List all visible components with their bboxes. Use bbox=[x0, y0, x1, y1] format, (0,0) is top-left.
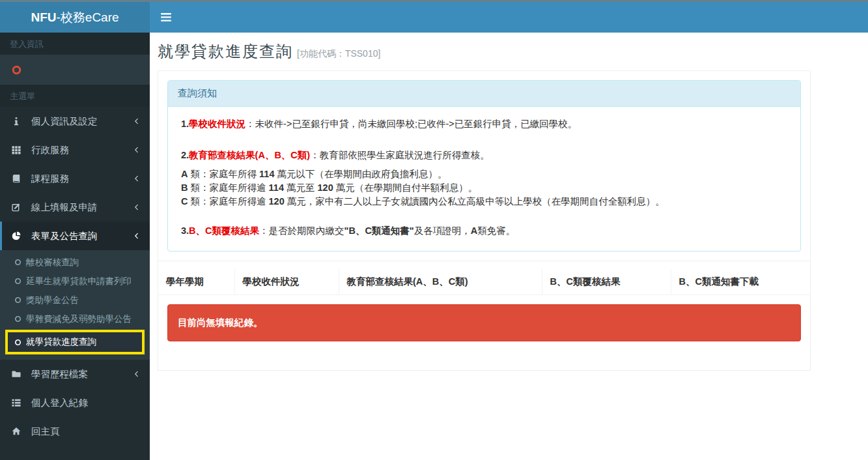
sidebar-item-learning-portfolio[interactable]: 學習歷程檔案 bbox=[0, 360, 150, 388]
notice-panel-title: 查詢須知 bbox=[168, 81, 800, 107]
app-header: NFU-校務eCare bbox=[0, 2, 868, 33]
brand-rest: -校務eCare bbox=[56, 9, 119, 26]
sidebar-subitem-tuition-waiver-announcement[interactable]: 學雜費減免及弱勢助學公告 bbox=[0, 309, 150, 328]
circle-icon bbox=[14, 315, 26, 323]
function-code: [功能代碼：TSS010] bbox=[297, 48, 380, 59]
main-menu-section-label: 主選單 bbox=[0, 85, 150, 107]
book-icon bbox=[12, 174, 26, 183]
sidebar-subitem-label: 延畢生就學貸款申請書列印 bbox=[26, 276, 132, 287]
notice-panel: 查詢須知 1.學校收件狀況：未收件->已至銀行申貸，尚未繳回學校;已收件->已至… bbox=[167, 80, 801, 252]
circle-icon bbox=[14, 296, 26, 304]
sidebar-subitem-label: 離校審核查詢 bbox=[26, 257, 79, 268]
chevron-left-icon bbox=[133, 117, 140, 125]
pie-chart-icon bbox=[12, 231, 26, 240]
sidebar-subitem-scholarship-announcement[interactable]: 獎助學金公告 bbox=[0, 291, 150, 309]
sidebar-item-login-history[interactable]: 個人登入紀錄 bbox=[0, 388, 150, 417]
table-header-row: 學年學期 學校收件狀況 教育部查核結果(A、B、C類) B、C類覆核結果 B、C… bbox=[158, 269, 810, 295]
sidebar-item-home[interactable]: 回主頁 bbox=[0, 417, 150, 446]
sidebar-item-label: 個人登入紀錄 bbox=[31, 397, 140, 409]
sidebar-item-label: 表單及公告查詢 bbox=[31, 230, 133, 242]
sidebar-subitem-label: 就學貸款進度查詢 bbox=[26, 336, 96, 348]
loan-progress-table: 學年學期 學校收件狀況 教育部查核結果(A、B、C類) B、C類覆核結果 B、C… bbox=[158, 269, 810, 295]
sidebar-toggle-button[interactable] bbox=[150, 2, 182, 33]
col-header-semester: 學年學期 bbox=[158, 269, 234, 295]
chevron-left-icon bbox=[133, 370, 140, 378]
forms-announcements-submenu: 離校審核查詢 延畢生就學貸款申請書列印 獎助學金公告 學雜費減免及弱勢助學公告 … bbox=[0, 250, 150, 360]
sidebar-item-personal-info[interactable]: 個人資訊及設定 bbox=[0, 107, 150, 136]
notice-line-3: 3.B、C類覆核結果：是否於期限內繳交"B、C類通知書"及各項證明，A類免審。 bbox=[181, 224, 787, 238]
top-navbar bbox=[150, 2, 868, 33]
col-header-bc-recheck-result: B、C類覆核結果 bbox=[542, 269, 671, 295]
sidebar-item-label: 行政服務 bbox=[31, 144, 133, 156]
notice-line-type-c: C 類：家庭年所得逾 120 萬元，家中有二人以上子女就讀國內公私立高級中等以上… bbox=[181, 195, 787, 208]
chevron-left-icon bbox=[133, 175, 140, 182]
sidebar-subitem-label: 學雜費減免及弱勢助學公告 bbox=[26, 313, 132, 325]
edit-icon bbox=[12, 203, 26, 212]
circle-icon bbox=[14, 259, 26, 266]
page-title-text: 就學貸款進度查詢 bbox=[158, 42, 293, 60]
circle-icon bbox=[14, 278, 26, 285]
sidebar: 登入資訊 主選單 個人資訊及設定 行政服務 課程服務 線上填報及申請 bbox=[0, 33, 150, 460]
notice-panel-body: 1.學校收件狀況：未收件->已至銀行申貸，尚未繳回學校;已收件->已至銀行申貸，… bbox=[168, 107, 800, 251]
sidebar-item-label: 課程服務 bbox=[31, 173, 133, 185]
red-circle-icon bbox=[12, 65, 21, 75]
home-icon bbox=[12, 427, 26, 436]
notice-line-type-a: A 類：家庭年所得 114 萬元以下（在學期間由政府負擔利息）。 bbox=[181, 167, 787, 181]
sidebar-item-admin-services[interactable]: 行政服務 bbox=[0, 136, 150, 164]
brand-logo[interactable]: NFU-校務eCare bbox=[0, 2, 150, 33]
folder-icon bbox=[12, 369, 26, 379]
circle-icon bbox=[14, 339, 26, 346]
chevron-left-icon bbox=[133, 232, 140, 240]
sidebar-item-label: 線上填報及申請 bbox=[31, 201, 133, 214]
content-box: 查詢須知 1.學校收件狀況：未收件->已至銀行申貸，尚未繳回學校;已收件->已至… bbox=[158, 70, 811, 371]
user-status-row[interactable] bbox=[0, 55, 150, 85]
sidebar-subitem-label: 獎助學金公告 bbox=[26, 295, 79, 306]
sidebar-item-label: 回主頁 bbox=[31, 425, 140, 438]
notice-line-type-b: B 類：家庭年所得逾 114 萬元至 120 萬元（在學期間自付半額利息）。 bbox=[181, 181, 787, 195]
page-title: 就學貸款進度查詢[功能代碼：TSS010] bbox=[158, 41, 868, 62]
info-icon bbox=[12, 117, 26, 126]
sidebar-item-label: 個人資訊及設定 bbox=[31, 115, 133, 128]
chevron-left-icon bbox=[133, 146, 140, 154]
sidebar-subitem-loan-progress-query[interactable]: 就學貸款進度查詢 bbox=[5, 330, 145, 354]
divider bbox=[158, 261, 810, 261]
sidebar-subitem-leave-review[interactable]: 離校審核查詢 bbox=[0, 253, 150, 272]
sidebar-item-course-services[interactable]: 課程服務 bbox=[0, 164, 150, 193]
sidebar-subitem-deferred-loan-print[interactable]: 延畢生就學貸款申請書列印 bbox=[0, 272, 150, 291]
brand-bold: NFU bbox=[31, 10, 56, 25]
notice-line-1: 1.學校收件狀況：未收件->已至銀行申貸，尚未繳回學校;已收件->已至銀行申貸，… bbox=[181, 117, 787, 131]
no-records-alert: 目前尚無填報紀錄。 bbox=[167, 304, 801, 341]
notice-line-2: 2.教育部查核結果(A、B、C類)：教育部依照學生家庭狀況進行所得查核。 bbox=[181, 149, 787, 162]
sidebar-item-online-forms[interactable]: 線上填報及申請 bbox=[0, 193, 150, 222]
grid-icon bbox=[12, 145, 26, 154]
col-header-school-receipt-status: 學校收件狀況 bbox=[234, 269, 339, 295]
sidebar-item-forms-announcements[interactable]: 表單及公告查詢 bbox=[0, 222, 150, 250]
chevron-left-icon bbox=[133, 203, 140, 211]
col-header-moe-review-result: 教育部查核結果(A、B、C類) bbox=[339, 269, 542, 295]
sidebar-item-label: 學習歷程檔案 bbox=[31, 368, 133, 381]
col-header-bc-notice-download: B、C類通知書下載 bbox=[671, 269, 810, 295]
login-info-section-label: 登入資訊 bbox=[0, 33, 150, 55]
list-icon bbox=[12, 398, 26, 407]
main-content: 就學貸款進度查詢[功能代碼：TSS010] 查詢須知 1.學校收件狀況：未收件-… bbox=[150, 33, 868, 371]
hamburger-icon bbox=[160, 12, 172, 22]
